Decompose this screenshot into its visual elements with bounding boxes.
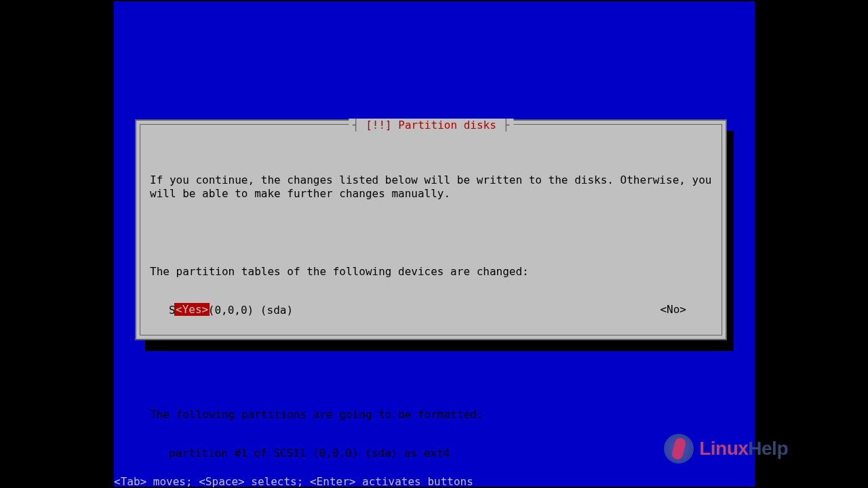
button-row: <Yes> <No> <box>174 303 688 316</box>
format-partition-1: partition #1 of SCSI1 (0,0,0) (sda) as e… <box>150 447 712 460</box>
linuxhelp-text: LinuxHelp <box>699 438 788 460</box>
dialog-content: If you continue, the changes listed belo… <box>150 148 712 325</box>
yes-button[interactable]: <Yes> <box>174 303 210 316</box>
dialog-title: ┤ [!!] Partition disks ├ <box>349 119 513 131</box>
tables-heading: The partition tables of the following de… <box>150 265 712 278</box>
no-button[interactable]: <No> <box>658 303 688 316</box>
partition-dialog: ┤ [!!] Partition disks ├ If you continue… <box>135 119 727 340</box>
keyboard-hint: <Tab> moves; <Space> selects; <Enter> ac… <box>114 475 473 488</box>
intro-text: If you continue, the changes listed belo… <box>150 174 712 199</box>
format-section: The following partitions are going to be… <box>150 382 712 488</box>
watermark-logo: LinuxHelp <box>664 434 788 464</box>
linuxhelp-icon <box>664 434 694 464</box>
format-heading: The following partitions are going to be… <box>150 408 712 421</box>
tables-section: The partition tables of the following de… <box>150 239 712 343</box>
